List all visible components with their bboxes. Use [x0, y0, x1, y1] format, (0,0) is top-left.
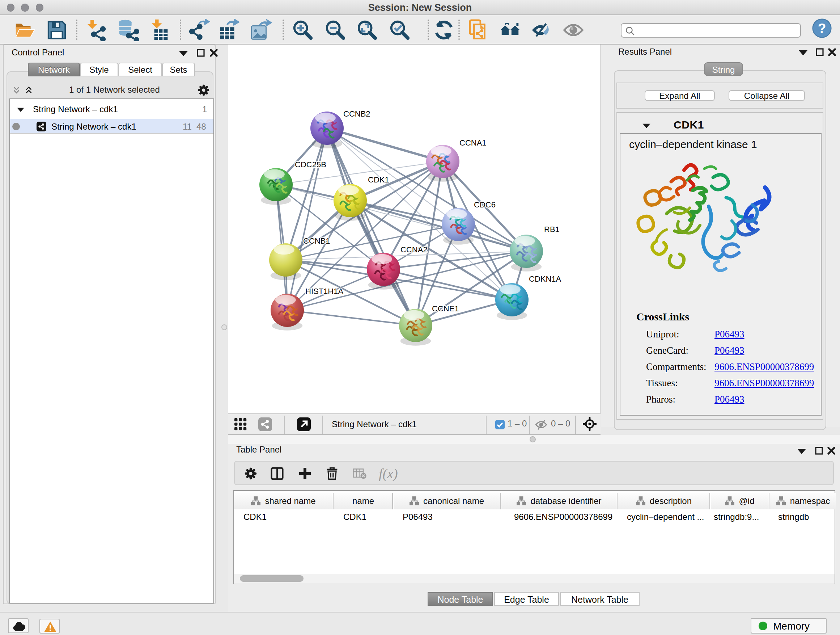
- svg-text:RB1: RB1: [544, 225, 560, 234]
- svg-text:HIST1H1A: HIST1H1A: [305, 287, 343, 296]
- svg-text:CCNA2: CCNA2: [401, 245, 428, 254]
- svg-text:CDK1: CDK1: [368, 175, 389, 184]
- svg-text:CCNB2: CCNB2: [343, 109, 370, 119]
- svg-text:CCNB1: CCNB1: [303, 236, 330, 245]
- svg-text:CCNA1: CCNA1: [459, 138, 486, 147]
- svg-text:CDC25B: CDC25B: [295, 160, 326, 169]
- svg-text:CDC6: CDC6: [474, 200, 496, 209]
- svg-text:CCNE1: CCNE1: [432, 304, 459, 313]
- svg-text:?: ?: [818, 21, 826, 36]
- svg-text:CDKN1A: CDKN1A: [529, 274, 561, 283]
